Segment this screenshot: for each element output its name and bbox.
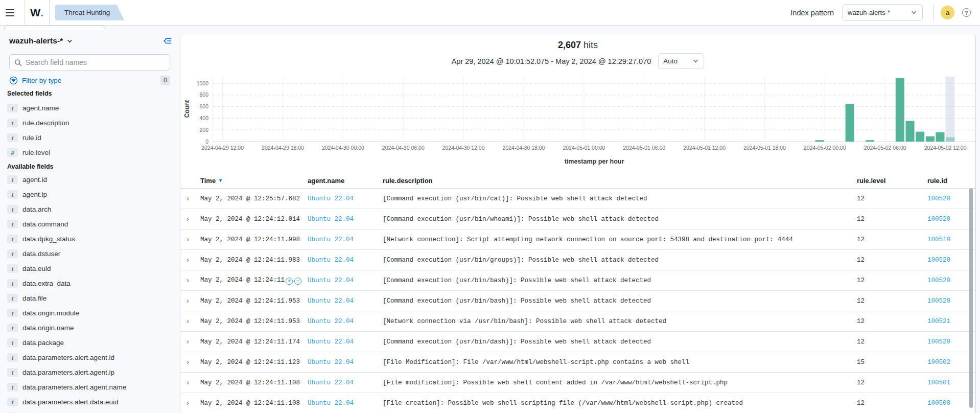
- column-header-rule-level[interactable]: rule.level: [853, 177, 923, 185]
- histogram-bar[interactable]: [846, 104, 854, 142]
- collapse-sidebar-icon[interactable]: [163, 37, 172, 45]
- agent-name-link[interactable]: Ubuntu 22.04: [308, 216, 354, 223]
- field-name: data.parameters.alert.agent.name: [22, 383, 126, 391]
- agent-name-link[interactable]: Ubuntu 22.04: [308, 338, 354, 346]
- rule-id-link[interactable]: 100501: [927, 379, 950, 386]
- column-header-time[interactable]: Time▼: [200, 177, 308, 185]
- agent-name-link[interactable]: Ubuntu 22.04: [308, 379, 354, 386]
- expand-row-button[interactable]: ›: [186, 214, 189, 223]
- agent-name-link[interactable]: Ubuntu 22.04: [308, 236, 354, 243]
- tab-threat-hunting[interactable]: Threat Hunting: [55, 5, 124, 20]
- histogram-bar[interactable]: [936, 132, 944, 142]
- rule-id-link[interactable]: 100520: [927, 257, 950, 264]
- field-item-data.parameters.alert.data.euid[interactable]: tdata.parameters.alert.data.euid: [7, 395, 173, 409]
- histogram-bar[interactable]: [916, 132, 924, 142]
- histogram-bar[interactable]: [815, 140, 824, 142]
- menu-hamburger-icon[interactable]: [6, 7, 19, 18]
- field-item-data.package[interactable]: tdata.package: [7, 335, 173, 350]
- wazuh-logo[interactable]: W.: [29, 0, 44, 25]
- expand-row-button[interactable]: ›: [186, 255, 189, 264]
- topbar-divider: [25, 0, 25, 25]
- agent-name-link[interactable]: Ubuntu 22.04: [308, 297, 354, 305]
- column-header-rule-description[interactable]: rule.description: [383, 177, 853, 185]
- field-name: data.command: [22, 220, 68, 228]
- field-item-data.file[interactable]: tdata.file: [7, 291, 173, 306]
- expand-row-button[interactable]: ›: [186, 296, 189, 305]
- rule-description-cell: [Network connection via /usr/bin/bash]: …: [383, 318, 853, 325]
- user-avatar[interactable]: a: [941, 6, 954, 19]
- interval-select[interactable]: Auto: [658, 53, 704, 69]
- x-axis-tick-label: 2024-04-30 06:00: [382, 145, 425, 151]
- field-item-rule.level[interactable]: #rule.level: [7, 145, 173, 160]
- field-item-data.origin.name[interactable]: tdata.origin.name: [7, 320, 173, 335]
- histogram-bar[interactable]: [896, 78, 904, 142]
- field-type-badge: t: [7, 353, 18, 362]
- expand-row-button[interactable]: ›: [186, 378, 189, 386]
- rule-id-link[interactable]: 100520: [927, 195, 950, 202]
- field-item-data.parameters.alert.agent.id[interactable]: tdata.parameters.alert.agent.id: [7, 350, 173, 365]
- rule-level-cell: 12: [853, 236, 923, 243]
- field-item-data.dpkg_status[interactable]: tdata.dpkg_status: [7, 232, 173, 246]
- rule-id-link[interactable]: 100520: [927, 216, 950, 223]
- index-pattern-select[interactable]: wazuh-alerts-*: [842, 4, 923, 21]
- x-axis-title: timestamp per hour: [565, 158, 624, 165]
- field-type-badge: t: [7, 104, 18, 112]
- expand-row-button[interactable]: ›: [186, 398, 189, 407]
- expand-row-button[interactable]: ›: [186, 276, 189, 284]
- column-header-agent-name[interactable]: agent.name: [308, 177, 383, 185]
- agent-name-link[interactable]: Ubuntu 22.04: [308, 318, 354, 325]
- field-item-data.parameters.alert.agent.ip[interactable]: tdata.parameters.alert.agent.ip: [7, 365, 173, 380]
- rule-description-cell: [Command execution (usr/bin/dash)]: Poss…: [383, 338, 853, 346]
- rule-id-link[interactable]: 100500: [927, 400, 950, 407]
- field-name: agent.id: [22, 176, 47, 183]
- vertical-scrollbar[interactable]: [969, 188, 973, 408]
- help-icon[interactable]: ?: [962, 8, 971, 17]
- expand-row-button[interactable]: ›: [186, 235, 189, 243]
- field-item-agent.ip[interactable]: tagent.ip: [7, 187, 173, 202]
- field-name: data.extra_data: [22, 280, 71, 287]
- histogram-bar[interactable]: [866, 140, 874, 142]
- field-item-agent.id[interactable]: tagent.id: [7, 172, 173, 187]
- filter-by-type-link[interactable]: Filter by type: [22, 77, 61, 84]
- agent-name-link[interactable]: Ubuntu 22.04: [308, 359, 354, 366]
- field-item-data.parameters.alert.agent.name[interactable]: tdata.parameters.alert.agent.name: [7, 380, 173, 395]
- search-field-names-input[interactable]: [26, 58, 165, 66]
- agent-name-link[interactable]: Ubuntu 22.04: [308, 195, 354, 202]
- agent-name-link[interactable]: Ubuntu 22.04: [308, 277, 354, 284]
- agent-name-link[interactable]: Ubuntu 22.04: [308, 400, 354, 407]
- agent-name-link[interactable]: Ubuntu 22.04: [308, 257, 354, 264]
- expand-row-button[interactable]: ›: [186, 316, 189, 325]
- column-header-rule-id[interactable]: rule.id: [923, 177, 975, 185]
- filter-icon: [9, 76, 18, 85]
- histogram-bar[interactable]: [926, 136, 935, 142]
- field-item-rule.id[interactable]: trule.id: [7, 130, 173, 145]
- expand-row-button[interactable]: ›: [186, 194, 189, 202]
- rule-level-cell: 12: [853, 400, 923, 407]
- rule-id-link[interactable]: 100520: [927, 277, 950, 284]
- rule-id-link[interactable]: 100520: [927, 338, 950, 346]
- field-item-agent.name[interactable]: tagent.name: [7, 101, 173, 116]
- rule-id-link[interactable]: 100502: [927, 359, 950, 366]
- available-fields-list: tagent.idtagent.iptdata.archtdata.comman…: [7, 172, 173, 413]
- table-row: ›May 2, 2024 @ 12:24:11.983Ubuntu 22.04[…: [180, 250, 975, 270]
- field-item-partial[interactable]: t: [7, 409, 173, 413]
- field-item-data.euid[interactable]: tdata.euid: [7, 261, 173, 276]
- filter-for-value-icon[interactable]: +: [286, 278, 293, 285]
- expand-row-button[interactable]: ›: [186, 337, 189, 346]
- histogram-bar[interactable]: [906, 121, 915, 142]
- expand-row-button[interactable]: ›: [186, 357, 189, 366]
- rule-id-link[interactable]: 100520: [927, 297, 950, 305]
- field-item-data.command[interactable]: tdata.command: [7, 217, 173, 232]
- topbar-divider: [49, 0, 50, 25]
- rule-id-link[interactable]: 100510: [927, 236, 950, 243]
- table-row: ›May 2, 2024 @ 12:25:57.682Ubuntu 22.04[…: [180, 189, 975, 209]
- field-item-rule.description[interactable]: trule.description: [7, 116, 173, 130]
- x-axis-tick-label: 2024-04-30 00:00: [322, 145, 364, 151]
- field-item-data.arch[interactable]: tdata.arch: [7, 202, 173, 217]
- field-item-data.extra_data[interactable]: tdata.extra_data: [7, 276, 173, 291]
- field-item-data.dstuser[interactable]: tdata.dstuser: [7, 246, 173, 261]
- field-item-data.origin.module[interactable]: tdata.origin.module: [7, 306, 173, 320]
- filter-out-value-icon[interactable]: −: [294, 278, 301, 285]
- rule-id-link[interactable]: 100521: [927, 318, 950, 325]
- sidebar-index-pattern-selector[interactable]: wazuh-alerts-*: [9, 36, 73, 45]
